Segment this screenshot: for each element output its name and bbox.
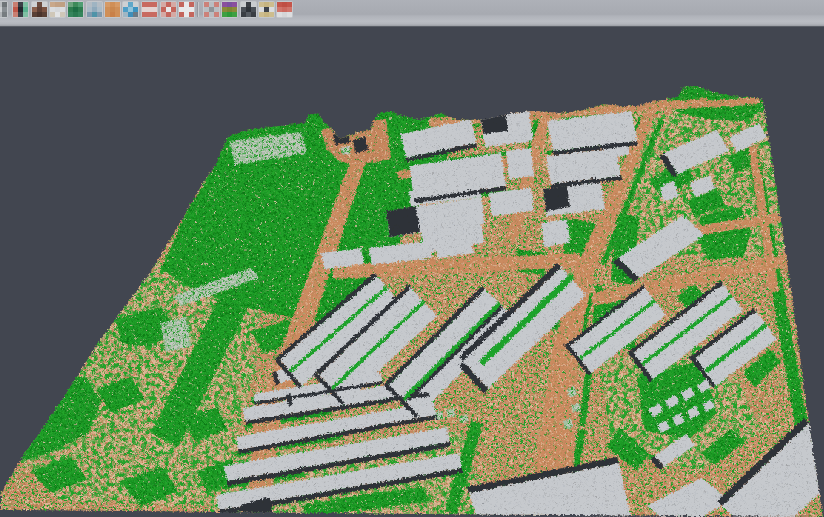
polygon-select-button[interactable] — [203, 1, 220, 18]
swap-classes-icon — [13, 2, 28, 17]
report-icon — [277, 2, 292, 17]
profile-icon — [50, 2, 65, 17]
save-data-button[interactable] — [258, 1, 275, 18]
save-data-icon — [259, 2, 274, 17]
rectangle-select-button[interactable] — [178, 1, 195, 18]
ground-class-button[interactable] — [104, 1, 121, 18]
report-button[interactable] — [276, 1, 293, 18]
print-icon — [241, 2, 256, 17]
block-tools-icon — [123, 2, 138, 17]
swap-classes-button[interactable] — [12, 1, 29, 18]
point-cloud-render — [0, 27, 824, 517]
vegetation-class-button[interactable] — [67, 1, 84, 18]
classified-view-button[interactable] — [221, 1, 238, 18]
circle-select-icon — [161, 2, 176, 17]
application-window: { "app": { "description": "3D point clou… — [0, 0, 824, 517]
height-measure-button[interactable] — [86, 1, 103, 18]
layers-icon — [0, 2, 7, 17]
block-tools-button[interactable] — [122, 1, 139, 18]
rectangle-select-icon — [179, 2, 194, 17]
classified-view-icon — [222, 2, 237, 17]
veg-shape — [60, 320, 98, 352]
point-grain-overlay — [0, 85, 822, 516]
main-toolbar — [0, 0, 824, 27]
terrain-model-button[interactable] — [31, 1, 48, 18]
height-measure-icon — [87, 2, 102, 17]
attribute-table-icon — [142, 2, 157, 17]
circle-select-button[interactable] — [160, 1, 177, 18]
profile-button[interactable] — [49, 1, 66, 18]
vegetation-class-icon — [68, 2, 83, 17]
ground-class-icon — [105, 2, 120, 17]
print-button[interactable] — [240, 1, 257, 18]
terrain-model-icon — [32, 2, 47, 17]
layers-button[interactable] — [0, 1, 8, 18]
3d-viewport[interactable] — [0, 27, 824, 517]
toolbar-group-separator — [197, 2, 199, 17]
attribute-table-button[interactable] — [141, 1, 158, 18]
polygon-select-icon — [204, 2, 219, 17]
